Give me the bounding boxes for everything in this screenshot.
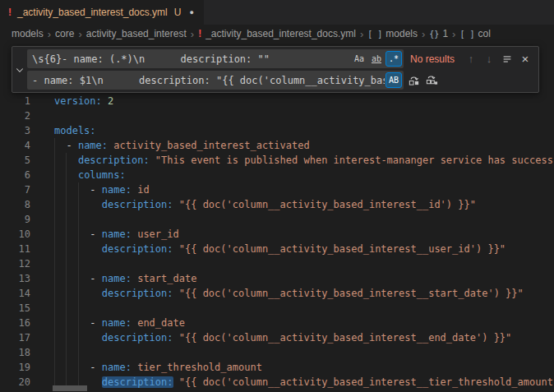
modified-dot-icon[interactable]: ● <box>189 8 193 16</box>
code-line[interactable]: description: "{{ doc('column__activity_b… <box>54 197 554 212</box>
code-line[interactable] <box>54 212 554 227</box>
code-line[interactable]: version: 2 <box>54 94 554 108</box>
code-line[interactable]: description: "{{ doc('column__activity_b… <box>54 330 554 345</box>
code-line[interactable]: - name: tier_threshold_amount <box>54 360 554 375</box>
gutter: 1234567891011121314151617181920 <box>0 94 33 390</box>
code-line[interactable]: models: <box>54 123 554 138</box>
line-number[interactable]: 3 <box>0 123 33 138</box>
arrow-down-icon: ↓ <box>487 53 492 65</box>
code-line[interactable]: description: "This event is published wh… <box>54 153 554 168</box>
editor[interactable]: 1234567891011121314151617181920 version:… <box>0 43 554 392</box>
breadcrumb-separator-icon: › <box>422 28 425 40</box>
code-line[interactable]: - name: end_date <box>54 316 554 330</box>
find-input[interactable]: \s{6}- name: (.*)\n description: "" Aa a… <box>27 49 404 68</box>
symbol-icon: [ ] <box>459 30 474 39</box>
arrow-up-icon: ↑ <box>469 53 474 65</box>
preserve-case-button[interactable]: AB <box>385 72 402 88</box>
find-query-text: \s{6}- name: (.*)\n description: "" <box>32 53 350 65</box>
breadcrumb-item-core[interactable]: core <box>55 28 74 39</box>
code-line[interactable]: columns: <box>54 168 554 182</box>
find-row: \s{6}- name: (.*)\n description: "" Aa a… <box>27 49 533 68</box>
code-line[interactable]: - name: activity_based_interest_activate… <box>54 138 554 153</box>
find-in-selection-button[interactable] <box>499 51 515 67</box>
breadcrumb-label: _activity_based_interest_docs.yml <box>205 28 356 39</box>
selection-lines-icon <box>501 53 513 65</box>
line-number[interactable]: 13 <box>0 271 33 286</box>
next-match-button[interactable]: ↓ <box>481 51 497 67</box>
code-line[interactable]: description: "{{ doc('column__activity_b… <box>54 286 554 301</box>
close-find-button[interactable]: × <box>517 51 533 67</box>
symbol-icon: {} <box>429 30 439 39</box>
breadcrumb-separator-icon: › <box>191 28 194 40</box>
breadcrumb-separator-icon: › <box>48 28 51 40</box>
toggle-replace-button[interactable] <box>12 47 27 92</box>
line-number[interactable]: 18 <box>0 345 33 360</box>
breadcrumb: models›core›activity_based_interest›!_ac… <box>0 25 554 43</box>
breadcrumb-label: col <box>478 28 490 39</box>
line-number[interactable]: 4 <box>0 138 33 153</box>
chevron-down-icon <box>15 65 25 75</box>
line-number[interactable]: 12 <box>0 256 33 271</box>
line-number[interactable]: 5 <box>0 153 33 168</box>
code-line[interactable]: - name: start_date <box>54 271 554 286</box>
line-number[interactable]: 7 <box>0 182 33 197</box>
whole-word-button[interactable]: ab <box>368 51 385 67</box>
regex-button[interactable]: .* <box>385 51 402 67</box>
breadcrumb-label: models <box>12 28 44 39</box>
replace-icon <box>408 74 420 86</box>
symbol-icon: [ ] <box>367 30 382 39</box>
code-line[interactable] <box>54 345 554 360</box>
replace-value-text: - name: $1\n description: "{{ doc('colum… <box>32 75 385 86</box>
code-line[interactable] <box>54 301 554 316</box>
tab-filename: _activity_based_interest_docs.yml <box>17 7 168 18</box>
line-number[interactable]: 6 <box>0 168 33 182</box>
line-number[interactable]: 9 <box>0 212 33 227</box>
line-number[interactable]: 8 <box>0 197 33 212</box>
code-line[interactable] <box>54 108 554 123</box>
breadcrumb-separator-icon: › <box>452 28 455 40</box>
breadcrumb-label: 1 <box>442 28 448 39</box>
line-number[interactable]: 19 <box>0 360 33 375</box>
line-number[interactable]: 2 <box>0 108 33 123</box>
line-number[interactable]: 1 <box>0 94 33 108</box>
replace-all-button[interactable] <box>423 72 440 89</box>
breadcrumb-item--activity-based-interest-docs-yml[interactable]: !_activity_based_interest_docs.yml <box>198 28 356 39</box>
replace-row: - name: $1\n description: "{{ doc('colum… <box>27 71 533 90</box>
replace-button[interactable] <box>405 72 422 89</box>
breadcrumb-item-col[interactable]: [ ]col <box>459 28 490 39</box>
breadcrumb-label: core <box>55 28 74 39</box>
vscode-window: ! _activity_based_interest_docs.yml U ● … <box>0 0 554 392</box>
git-status-badge: U <box>174 7 182 18</box>
tab-bar: ! _activity_based_interest_docs.yml U ● <box>0 0 554 25</box>
find-widget: \s{6}- name: (.*)\n description: "" Aa a… <box>12 46 539 93</box>
breadcrumb-separator-icon: › <box>360 28 363 40</box>
previous-match-button[interactable]: ↑ <box>463 51 479 67</box>
breadcrumb-item-models[interactable]: [ ]models <box>367 28 418 39</box>
breadcrumb-item-activity-based-interest[interactable]: activity_based_interest <box>86 28 187 39</box>
horizontal-scrollbar-thumb[interactable] <box>53 385 87 391</box>
line-number[interactable]: 17 <box>0 330 33 345</box>
code-line[interactable]: - name: id <box>54 182 554 197</box>
line-number[interactable]: 11 <box>0 242 33 256</box>
line-number[interactable]: 14 <box>0 286 33 301</box>
problem-badge: ! <box>8 7 12 18</box>
code-line[interactable]: - name: user_id <box>54 227 554 242</box>
line-number[interactable]: 10 <box>0 227 33 242</box>
breadcrumb-item-1[interactable]: {}1 <box>429 28 448 39</box>
close-icon: × <box>522 52 529 66</box>
match-case-button[interactable]: Aa <box>351 51 367 67</box>
line-number[interactable]: 15 <box>0 301 33 316</box>
tab-activity-based-interest-docs[interactable]: ! _activity_based_interest_docs.yml U ● <box>0 0 205 25</box>
line-number[interactable]: 16 <box>0 316 33 330</box>
replace-all-icon <box>426 74 438 86</box>
code-line[interactable]: description: "{{ doc('column__activity_b… <box>54 242 554 256</box>
problem-badge: ! <box>198 28 201 39</box>
line-number[interactable]: 20 <box>0 375 33 390</box>
code-line[interactable] <box>54 256 554 271</box>
breadcrumb-separator-icon: › <box>78 28 81 40</box>
breadcrumb-label: models <box>385 28 418 39</box>
replace-input[interactable]: - name: $1\n description: "{{ doc('colum… <box>27 71 404 90</box>
code-line[interactable]: description: "{{ doc('column__activity_b… <box>54 375 554 390</box>
breadcrumb-item-models[interactable]: models <box>12 28 44 39</box>
breadcrumb-label: activity_based_interest <box>86 28 187 39</box>
